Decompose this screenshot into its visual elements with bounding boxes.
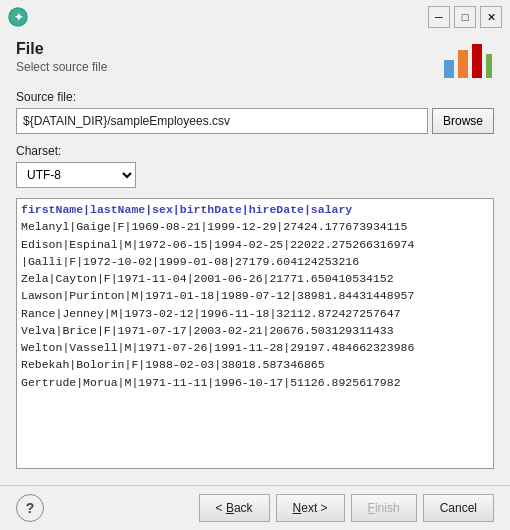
charset-group: Charset: UTF-8 UTF-16 ISO-8859-1 windows… — [16, 144, 494, 188]
svg-rect-4 — [472, 44, 482, 78]
preview-line: Rance|Jenney|M|1973-02-12|1996-11-18|321… — [21, 305, 489, 322]
preview-line: Gertrude|Morua|M|1971-11-11|1996-10-17|5… — [21, 374, 489, 391]
title-bar-left: ✦ — [8, 7, 28, 27]
page-subtitle: Select source file — [16, 60, 107, 74]
title-bar: ✦ ─ □ ✕ — [0, 0, 510, 32]
preview-line: Rebekah|Bolorin|F|1988-02-03|38018.58734… — [21, 356, 489, 373]
source-file-group: Source file: Browse — [16, 90, 494, 134]
svg-rect-5 — [486, 54, 492, 78]
source-file-row: Browse — [16, 108, 494, 134]
bottom-right: < Back Next > Finish Cancel — [199, 494, 494, 522]
close-button[interactable]: ✕ — [480, 6, 502, 28]
minimize-button[interactable]: ─ — [428, 6, 450, 28]
main-content: File Select source file Source file: Bro… — [0, 32, 510, 477]
next-button[interactable]: Next > — [276, 494, 345, 522]
help-button[interactable]: ? — [16, 494, 44, 522]
cancel-button[interactable]: Cancel — [423, 494, 494, 522]
charset-label: Charset: — [16, 144, 494, 158]
svg-text:✦: ✦ — [14, 11, 23, 23]
preview-line: Velva|Brice|F|1971-07-17|2003-02-21|2067… — [21, 322, 489, 339]
finish-button[interactable]: Finish — [351, 494, 417, 522]
preview-line: Edison|Espinal|M|1972-06-15|1994-02-25|2… — [21, 236, 489, 253]
back-button[interactable]: < Back — [199, 494, 270, 522]
charset-select[interactable]: UTF-8 UTF-16 ISO-8859-1 windows-1252 — [16, 162, 136, 188]
preview-line: Melanyl|Gaige|F|1969-08-21|1999-12-29|27… — [21, 218, 489, 235]
title-bar-controls: ─ □ ✕ — [428, 6, 502, 28]
browse-button[interactable]: Browse — [432, 108, 494, 134]
source-file-input[interactable] — [16, 108, 428, 134]
finish-label: F — [368, 501, 375, 515]
svg-rect-3 — [458, 50, 468, 78]
preview-line: firstName|lastName|sex|birthDate|hireDat… — [21, 201, 489, 218]
preview-line: Zela|Cayton|F|1971-11-04|2001-06-26|2177… — [21, 270, 489, 287]
page-header-text: File Select source file — [16, 40, 107, 74]
next-label: N — [293, 501, 302, 515]
preview-line: Lawson|Purinton|M|1971-01-18|1989-07-12|… — [21, 287, 489, 304]
page-title: File — [16, 40, 107, 58]
chart-icon — [440, 40, 494, 80]
preview-line: |Galli|F|1972-10-02|1999-01-08|27179.604… — [21, 253, 489, 270]
preview-area[interactable]: firstName|lastName|sex|birthDate|hireDat… — [16, 198, 494, 469]
app-icon: ✦ — [8, 7, 28, 27]
svg-rect-2 — [444, 60, 454, 78]
bottom-left: ? — [16, 494, 44, 522]
bottom-bar: ? < Back Next > Finish Cancel — [0, 485, 510, 530]
preview-line: Welton|Vassell|M|1971-07-26|1991-11-28|2… — [21, 339, 489, 356]
page-header: File Select source file — [16, 40, 494, 80]
source-file-label: Source file: — [16, 90, 494, 104]
back-label: B — [226, 501, 234, 515]
maximize-button[interactable]: □ — [454, 6, 476, 28]
